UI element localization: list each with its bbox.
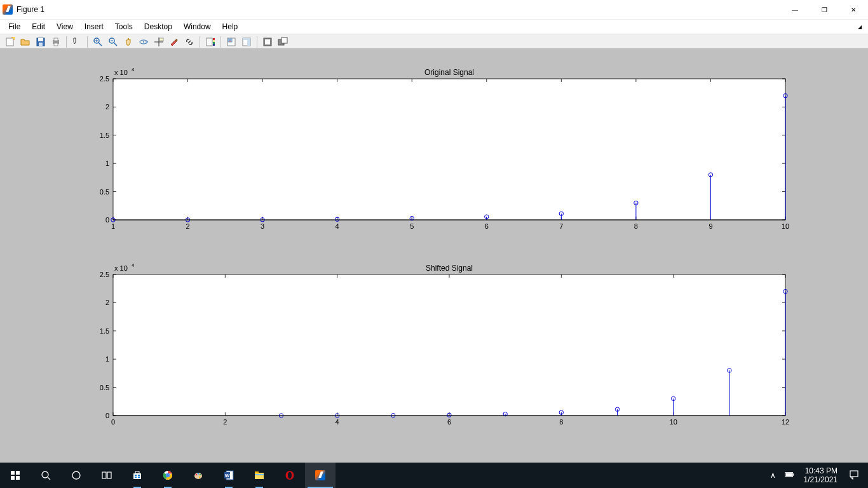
svg-rect-33 [247,38,250,46]
opera-icon[interactable] [275,463,305,488]
svg-text:12: 12 [782,418,789,426]
svg-rect-24 [213,40,215,42]
microsoft-store-icon[interactable] [122,463,153,488]
search-button[interactable] [31,463,61,488]
svg-text:W: W [225,473,230,478]
data-cursor-icon[interactable] [152,35,166,49]
system-clock[interactable]: 10:43 PM 1/21/2021 [799,466,843,484]
open-icon[interactable] [18,35,32,49]
print-icon[interactable] [49,35,63,49]
hide-tools-icon[interactable] [240,35,254,49]
insert-colorbar-icon[interactable] [203,35,217,49]
battery-icon[interactable] [781,470,799,482]
start-button[interactable] [0,463,31,488]
new-figure-icon[interactable] [3,35,17,49]
svg-text:3: 3 [261,222,264,230]
svg-text:0: 0 [111,418,115,426]
zoom-out-icon[interactable] [106,35,120,49]
svg-rect-37 [281,37,287,43]
svg-text:6: 6 [447,418,451,426]
title-bar: Figure 1 — ❐ ✕ [0,0,868,20]
zoom-in-icon[interactable] [91,35,105,49]
svg-text:4: 4 [132,262,135,268]
svg-rect-177 [11,476,15,480]
svg-text:2: 2 [186,222,189,230]
svg-point-197 [200,474,201,475]
svg-rect-178 [16,476,20,480]
menu-overflow-icon[interactable]: ◢ [858,24,865,30]
svg-rect-182 [102,472,106,478]
edit-plot-icon[interactable] [70,35,84,49]
tray-expand-icon[interactable]: ∧ [765,471,781,480]
svg-text:4: 4 [336,418,339,426]
svg-text:1: 1 [105,355,109,363]
matlab-taskbar-icon[interactable] [305,463,336,488]
svg-text:9: 9 [709,222,712,230]
svg-rect-25 [213,42,215,44]
svg-line-9 [98,43,102,46]
svg-text:1: 1 [105,159,109,167]
svg-rect-204 [255,474,264,475]
svg-rect-176 [16,471,20,475]
chrome-icon[interactable] [153,463,183,488]
svg-point-196 [198,473,199,474]
system-date: 1/21/2021 [804,475,837,484]
menu-help[interactable]: Help [217,21,244,32]
cortana-button[interactable] [61,463,92,488]
svg-text:0.5: 0.5 [100,384,109,391]
svg-rect-3 [38,38,43,41]
svg-point-179 [42,471,48,478]
minimize-button[interactable]: — [780,0,810,19]
dock-icon[interactable] [261,35,275,49]
svg-rect-26 [213,44,215,46]
chart-shifted-signal: 02468101200.511.522.5x 104Shifted Signal [100,262,789,426]
svg-text:1: 1 [111,222,115,230]
link-icon[interactable] [182,35,196,49]
menu-view[interactable]: View [51,21,79,32]
svg-rect-111 [113,274,785,416]
brush-icon[interactable] [167,35,181,49]
task-view-button[interactable] [92,463,122,488]
svg-line-21 [188,41,191,43]
svg-text:4: 4 [336,222,339,230]
svg-rect-188 [135,477,137,478]
maximize-button[interactable]: ❐ [810,0,839,19]
svg-text:2: 2 [105,103,109,111]
svg-text:0: 0 [105,216,109,224]
insert-legend-icon[interactable] [224,35,238,49]
menu-file[interactable]: File [3,21,26,32]
svg-point-181 [72,471,80,479]
pan-icon[interactable] [121,35,135,49]
svg-rect-209 [785,473,792,476]
close-button[interactable]: ✕ [839,0,868,19]
menu-bar: FileEditViewInsertToolsDesktopWindowHelp… [0,20,868,34]
svg-rect-185 [135,471,139,473]
undock-icon[interactable] [276,35,290,49]
menu-desktop[interactable]: Desktop [139,21,178,32]
svg-text:4: 4 [132,67,135,72]
svg-rect-7 [54,43,58,46]
word-icon[interactable]: W [214,463,244,488]
menu-tools[interactable]: Tools [109,21,139,32]
svg-text:7: 7 [559,222,563,230]
svg-rect-4 [39,43,43,46]
file-explorer-icon[interactable] [244,463,275,488]
svg-point-193 [166,474,170,477]
save-icon[interactable] [34,35,48,49]
plots: 1234567891000.511.522.5x 104Original Sig… [0,48,868,463]
rotate-3d-icon[interactable] [137,35,151,49]
svg-text:2.5: 2.5 [100,75,109,83]
svg-point-16 [143,41,144,43]
menu-window[interactable]: Window [178,21,217,32]
paint-icon[interactable] [183,463,214,488]
svg-rect-19 [159,38,163,41]
svg-rect-0 [6,38,13,46]
svg-rect-184 [133,473,141,479]
menu-edit[interactable]: Edit [26,21,51,32]
svg-text:1.5: 1.5 [100,327,109,335]
menu-insert[interactable]: Insert [79,21,109,32]
svg-point-195 [196,474,197,475]
notifications-icon[interactable] [843,470,865,482]
svg-rect-189 [138,477,140,478]
svg-text:0: 0 [105,412,109,419]
